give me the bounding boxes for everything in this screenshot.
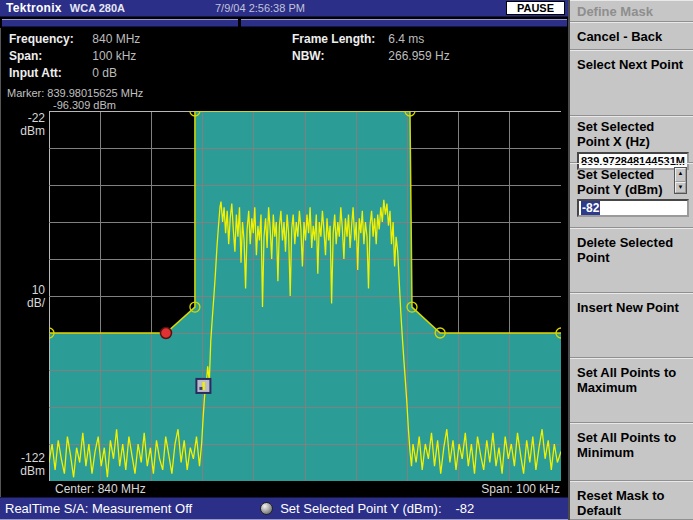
status-bar: RealTime S/A: Measurement Off Set Select… — [0, 497, 568, 520]
set-point-y-label: Set Selected Point Y (dBm) — [577, 167, 674, 197]
select-next-point-button[interactable]: Select Next Point — [570, 50, 693, 116]
input-att-value: 0 dB — [92, 66, 117, 80]
insert-new-point-button[interactable]: Insert New Point — [570, 293, 693, 358]
spinner-down-icon[interactable]: ▼ — [675, 182, 686, 193]
input-att-readout: Input Att: 0 dB — [9, 66, 117, 80]
point-y-selected-text: -82 — [581, 201, 600, 215]
title-bar: Tektronix WCA 280A 7/9/04 2:56:38 PM PAU… — [0, 0, 568, 17]
knob-icon — [260, 502, 273, 515]
nbw-label: NBW: — [292, 49, 385, 63]
frame-length-value: 6.4 ms — [388, 32, 424, 46]
y-top-unit: dBm — [1, 125, 45, 138]
span-label: Span: — [9, 49, 89, 63]
span-axis-label: Span: 100 kHz — [481, 482, 560, 496]
center-frequency-label: Center: 840 MHz — [55, 482, 146, 496]
measurement-status-text: RealTime S/A: Measurement Off — [5, 501, 192, 516]
cancel-back-button[interactable]: Cancel - Back — [570, 22, 693, 50]
set-all-points-maximum-button[interactable]: Set All Points to Maximum — [570, 358, 693, 423]
y-axis-scale-label: 10 dB/ — [1, 284, 45, 310]
tektronix-logo: Tektronix — [6, 1, 62, 15]
frequency-label: Frequency: — [9, 32, 89, 46]
set-point-x-label: Set Selected Point X (Hz) — [577, 119, 654, 149]
spinner-up-icon[interactable]: ▲ — [675, 168, 686, 182]
marker-amplitude-readout: -96.309 dBm — [53, 99, 116, 111]
active-parameter-label: Set Selected Point Y (dBm): — [280, 501, 441, 516]
point-y-spinner[interactable]: ▲ ▼ — [674, 167, 687, 194]
point-y-input[interactable]: -82 — [577, 199, 689, 217]
frame-length-label: Frame Length: — [292, 32, 385, 46]
marker-frequency-readout: Marker: 839.98015625 MHz — [7, 87, 143, 99]
active-parameter-value: -82 — [456, 501, 475, 516]
spectrum-display-panel: Marker: 839.98015625 MHz -96.309 dBm -22… — [0, 86, 568, 497]
set-point-x-group: Set Selected Point X (Hz) 839.9728481445… — [570, 116, 693, 163]
panel-header-strip-right — [241, 19, 567, 27]
frame-length-readout: Frame Length: 6.4 ms — [292, 32, 424, 46]
delete-selected-point-button[interactable]: Delete Selected Point — [570, 228, 693, 293]
y-scale-unit: dB/ — [1, 297, 45, 310]
softkey-menu: Define Mask Cancel - Back Select Next Po… — [568, 0, 693, 520]
nbw-value: 266.959 Hz — [388, 49, 449, 63]
settings-readout-panel: Frequency: 840 MHz Span: 100 kHz Input A… — [0, 28, 568, 86]
set-all-points-minimum-button[interactable]: Set All Points to Minimum — [570, 423, 693, 481]
reset-mask-default-button[interactable]: Reset Mask to Default — [570, 481, 693, 520]
y-bottom-unit: dBm — [1, 465, 45, 478]
span-value: 100 kHz — [92, 49, 136, 63]
menu-title-define-mask: Define Mask — [570, 0, 693, 22]
pause-button[interactable]: PAUSE — [506, 1, 565, 15]
panel-header-strip-left — [2, 19, 238, 27]
y-axis-bottom-label: -122 dBm — [1, 452, 45, 478]
datetime-display: 7/9/04 2:56:38 PM — [215, 2, 305, 14]
input-att-label: Input Att: — [9, 66, 89, 80]
frequency-readout: Frequency: 840 MHz — [9, 32, 140, 46]
selected-mask-point — [160, 328, 171, 339]
y-axis-top-label: -22 dBm — [1, 112, 45, 138]
instrument-model: WCA 280A — [70, 2, 125, 14]
nbw-readout: NBW: 266.959 Hz — [292, 49, 450, 63]
set-point-y-group: Set Selected Point Y (dBm) ▲ ▼ -82 — [570, 163, 693, 228]
span-readout: Span: 100 kHz — [9, 49, 136, 63]
frequency-value: 840 MHz — [92, 32, 140, 46]
spectrum-plot[interactable] — [49, 111, 561, 481]
